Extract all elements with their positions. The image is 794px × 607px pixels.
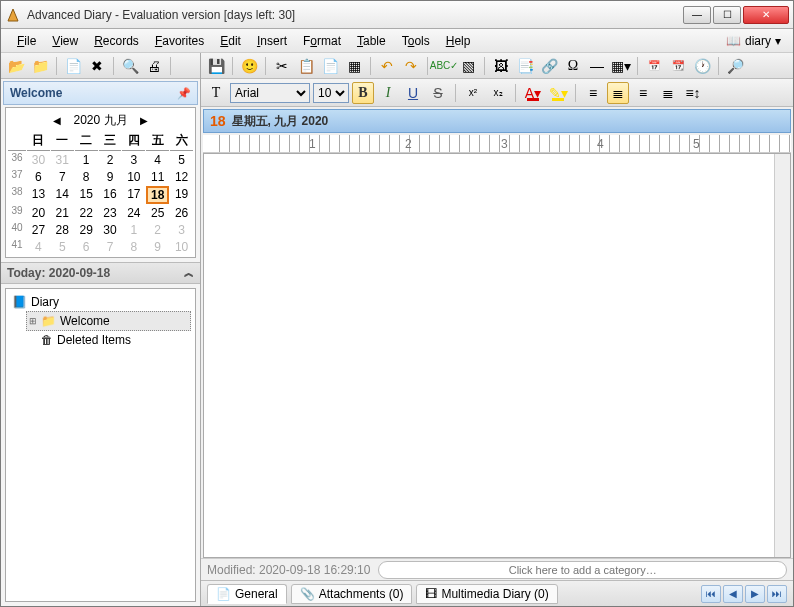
cal-day[interactable]: 10 — [122, 169, 145, 185]
cal-day[interactable]: 4 — [27, 239, 50, 255]
cal-day[interactable]: 8 — [75, 169, 98, 185]
cal-day[interactable]: 30 — [27, 152, 50, 168]
chevron-down-icon[interactable]: ▾ — [775, 34, 781, 48]
menu-help[interactable]: Help — [438, 32, 479, 50]
font-color-button[interactable]: A▾ — [522, 82, 544, 104]
highlight-button[interactable]: ✎▾ — [547, 82, 569, 104]
menu-tools[interactable]: Tools — [394, 32, 438, 50]
cal-day[interactable]: 26 — [170, 205, 193, 221]
print-icon[interactable]: 🖨 — [143, 55, 165, 77]
tree-item-deleted[interactable]: 🗑 Deleted Items — [26, 331, 191, 349]
cal-month-label[interactable]: 2020 九月 — [73, 112, 127, 129]
align-right-button[interactable]: ≡ — [632, 82, 654, 104]
cal-next-button[interactable]: ▶ — [136, 115, 152, 126]
copy-icon[interactable]: 📋 — [295, 55, 317, 77]
cal-day[interactable]: 11 — [146, 169, 169, 185]
cal-prev-button[interactable]: ◀ — [49, 115, 65, 126]
expand-icon[interactable]: ⊞ — [29, 316, 37, 326]
cal-day[interactable]: 4 — [146, 152, 169, 168]
new-entry-icon[interactable]: 📄 — [62, 55, 84, 77]
font-picker-icon[interactable]: T — [205, 82, 227, 104]
time-icon[interactable]: 📆 — [667, 55, 689, 77]
undo-icon[interactable]: ↶ — [376, 55, 398, 77]
subscript-button[interactable]: x₂ — [487, 82, 509, 104]
nav-last-button[interactable]: ⏭ — [767, 585, 787, 603]
cut-icon[interactable]: ✂ — [271, 55, 293, 77]
align-justify-button[interactable]: ≣ — [657, 82, 679, 104]
background-icon[interactable]: ▧ — [457, 55, 479, 77]
select-all-icon[interactable]: ▦ — [343, 55, 365, 77]
tab-general[interactable]: 📄 General — [207, 584, 287, 604]
cal-day[interactable]: 24 — [122, 205, 145, 221]
cal-day[interactable]: 13 — [27, 186, 50, 204]
cal-day[interactable]: 16 — [99, 186, 122, 204]
ruler[interactable]: 1 2 3 4 5 — [203, 135, 791, 153]
editor-area[interactable] — [203, 153, 791, 558]
cal-day[interactable]: 30 — [99, 222, 122, 238]
cal-day[interactable]: 3 — [122, 152, 145, 168]
clock-icon[interactable]: 🕐 — [691, 55, 713, 77]
nav-prev-button[interactable]: ◀ — [723, 585, 743, 603]
cal-day[interactable]: 25 — [146, 205, 169, 221]
save-icon[interactable]: 💾 — [205, 55, 227, 77]
menu-table[interactable]: Table — [349, 32, 394, 50]
cal-day[interactable]: 27 — [27, 222, 50, 238]
category-input[interactable] — [378, 561, 787, 579]
cal-day[interactable]: 18 — [146, 186, 169, 204]
superscript-button[interactable]: x² — [462, 82, 484, 104]
tab-multimedia[interactable]: 🎞 Multimedia Diary (0) — [416, 584, 557, 604]
cal-day[interactable]: 17 — [122, 186, 145, 204]
symbol-icon[interactable]: Ω — [562, 55, 584, 77]
image-icon[interactable]: 🖼 — [490, 55, 512, 77]
cal-day[interactable]: 6 — [27, 169, 50, 185]
nav-next-button[interactable]: ▶ — [745, 585, 765, 603]
align-center-button[interactable]: ≣ — [607, 82, 629, 104]
tree-item-welcome[interactable]: ⊞ 📁 Welcome — [26, 311, 191, 331]
delete-entry-icon[interactable]: ✖ — [86, 55, 108, 77]
cal-day[interactable]: 23 — [99, 205, 122, 221]
folder-open-icon[interactable]: 📂 — [5, 55, 27, 77]
cal-day[interactable]: 29 — [75, 222, 98, 238]
menu-file[interactable]: File — [9, 32, 44, 50]
spellcheck-icon[interactable]: ABC✓ — [433, 55, 455, 77]
cal-day[interactable]: 2 — [99, 152, 122, 168]
vertical-scrollbar[interactable] — [774, 154, 790, 557]
menu-insert[interactable]: Insert — [249, 32, 295, 50]
cal-day[interactable]: 21 — [51, 205, 74, 221]
size-select[interactable]: 10 — [313, 83, 349, 103]
cal-day[interactable]: 12 — [170, 169, 193, 185]
line-spacing-button[interactable]: ≡↕ — [682, 82, 704, 104]
menu-records[interactable]: Records — [86, 32, 147, 50]
cal-day[interactable]: 1 — [122, 222, 145, 238]
cal-day[interactable]: 22 — [75, 205, 98, 221]
menu-view[interactable]: View — [44, 32, 86, 50]
menu-edit[interactable]: Edit — [212, 32, 249, 50]
cal-day[interactable]: 9 — [99, 169, 122, 185]
cal-day[interactable]: 1 — [75, 152, 98, 168]
search-icon[interactable]: 🔍 — [119, 55, 141, 77]
maximize-button[interactable]: ☐ — [713, 6, 741, 24]
font-select[interactable]: Arial — [230, 83, 310, 103]
bold-button[interactable]: B — [352, 82, 374, 104]
menu-favorites[interactable]: Favorites — [147, 32, 212, 50]
align-left-button[interactable]: ≡ — [582, 82, 604, 104]
tab-attachments[interactable]: 📎 Attachments (0) — [291, 584, 413, 604]
collapse-icon[interactable]: ︽ — [184, 266, 194, 280]
link-icon[interactable]: 🔗 — [538, 55, 560, 77]
cal-day[interactable]: 14 — [51, 186, 74, 204]
cal-day[interactable]: 3 — [170, 222, 193, 238]
cal-day[interactable]: 2 — [146, 222, 169, 238]
nav-first-button[interactable]: ⏮ — [701, 585, 721, 603]
cal-day[interactable]: 19 — [170, 186, 193, 204]
template-icon[interactable]: 📑 — [514, 55, 536, 77]
cal-day[interactable]: 5 — [170, 152, 193, 168]
cal-day[interactable]: 31 — [51, 152, 74, 168]
today-bar[interactable]: Today: 2020-09-18 ︽ — [1, 262, 200, 284]
strike-button[interactable]: S — [427, 82, 449, 104]
pin-icon[interactable]: 📌 — [177, 87, 191, 100]
cal-day[interactable]: 7 — [99, 239, 122, 255]
menu-format[interactable]: Format — [295, 32, 349, 50]
cal-day[interactable]: 15 — [75, 186, 98, 204]
cal-day[interactable]: 7 — [51, 169, 74, 185]
find-icon[interactable]: 🔎 — [724, 55, 746, 77]
